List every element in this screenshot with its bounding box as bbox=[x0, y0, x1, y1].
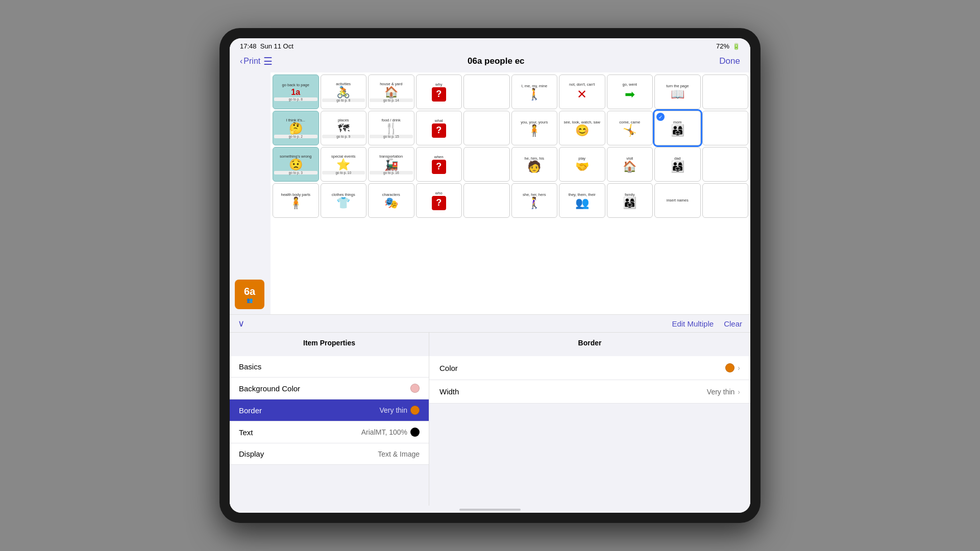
prop-basics[interactable]: Basics bbox=[230, 356, 429, 378]
table-row[interactable]: who ? bbox=[416, 183, 462, 218]
table-row[interactable]: activities 🚴 go to p. 8 bbox=[321, 74, 367, 109]
status-right: 72% 🔋 bbox=[716, 42, 740, 50]
table-row[interactable]: insert names bbox=[654, 183, 701, 218]
status-time: 17:48 Sun 11 Oct bbox=[240, 42, 293, 50]
table-row[interactable]: food / drink 🍴 go to p. 15 bbox=[368, 111, 414, 145]
table-row[interactable]: characters 🎭 bbox=[368, 183, 414, 218]
prop-border[interactable]: Border Very thin bbox=[230, 399, 429, 421]
prop-basics-label: Basics bbox=[239, 362, 261, 371]
border-color-dot bbox=[410, 406, 420, 415]
clear-button[interactable]: Clear bbox=[724, 319, 742, 328]
chevron-left-icon: ‹ bbox=[240, 57, 242, 66]
bg-color-dot bbox=[410, 384, 420, 393]
table-row[interactable]: transportation 🚂 go to p. 16 bbox=[368, 147, 414, 182]
prop-display-value: Text & Image bbox=[378, 450, 420, 458]
table-row[interactable] bbox=[463, 147, 510, 182]
table-row[interactable]: special events ⭐ go to p. 10 bbox=[321, 147, 367, 182]
table-row[interactable]: go, went ➡ bbox=[607, 74, 653, 109]
tablet-shell: 17:48 Sun 11 Oct 72% 🔋 ‹ Print ☰ 06a peo… bbox=[219, 28, 761, 523]
done-button[interactable]: Done bbox=[719, 56, 740, 66]
toolbar-bar: ∨ Edit Multiple Clear bbox=[230, 314, 750, 332]
border-color-value: › bbox=[725, 363, 740, 372]
prop-bg-value bbox=[410, 384, 420, 393]
border-color-indicator bbox=[725, 363, 734, 372]
back-button[interactable]: ‹ Print bbox=[240, 57, 260, 66]
table-row[interactable]: health body parts 🧍 bbox=[273, 183, 319, 218]
table-row[interactable]: not, don't, can't ✕ bbox=[559, 74, 605, 109]
border-color-label: Color bbox=[439, 364, 458, 372]
back-label: Print bbox=[243, 57, 260, 66]
table-row[interactable]: mom ✓ 👨‍👩‍👧 bbox=[654, 111, 701, 145]
table-row[interactable]: you, your, yours 🧍 bbox=[511, 111, 558, 145]
prop-border-label: Border bbox=[239, 406, 262, 415]
props-list: Basics Background Color Border bbox=[230, 351, 429, 506]
table-row[interactable]: clothes things 👕 bbox=[321, 183, 367, 218]
table-row[interactable] bbox=[702, 74, 749, 109]
scroll-bar bbox=[459, 509, 521, 511]
table-row[interactable]: he, him, his 🧑 bbox=[511, 147, 558, 182]
table-row[interactable] bbox=[702, 147, 749, 182]
table-row[interactable] bbox=[463, 74, 510, 109]
border-width-label: Width bbox=[439, 387, 459, 396]
table-row[interactable] bbox=[702, 183, 749, 218]
border-color-row[interactable]: Color › bbox=[429, 356, 750, 380]
border-width-row[interactable]: Width Very thin › bbox=[429, 380, 750, 404]
scroll-indicator bbox=[230, 506, 750, 513]
table-row[interactable] bbox=[702, 111, 749, 145]
prop-text-value: ArialMT, 100% bbox=[361, 428, 420, 437]
prop-display[interactable]: Display Text & Image bbox=[230, 443, 429, 465]
table-row[interactable]: when ? bbox=[416, 147, 462, 182]
table-row[interactable]: I think it's... 🤔 go to p. 2 bbox=[273, 111, 319, 145]
left-panel: 6a 👥 bbox=[230, 72, 271, 314]
symbols-grid: go back to page 1a go to p. 8 activities… bbox=[271, 72, 750, 314]
prop-display-label: Display bbox=[239, 449, 264, 458]
table-row[interactable]: she, her, hers 🚶‍♀️ bbox=[511, 183, 558, 218]
item-properties-title: Item Properties bbox=[230, 333, 429, 351]
border-width-value: Very thin › bbox=[707, 388, 740, 396]
table-row[interactable]: play 🤝 bbox=[559, 147, 605, 182]
table-row[interactable]: places 🗺 go to p. 9 bbox=[321, 111, 367, 145]
nav-left: ‹ Print ☰ bbox=[240, 55, 273, 67]
table-row[interactable]: dad 👨‍👩‍👧 bbox=[654, 147, 701, 182]
table-row[interactable] bbox=[463, 183, 510, 218]
table-row[interactable]: why ? bbox=[416, 74, 462, 109]
table-row[interactable]: visit 🏠 bbox=[607, 147, 653, 182]
table-row[interactable]: turn the page 📖 bbox=[654, 74, 701, 109]
table-row[interactable]: family 👨‍👩‍👧 bbox=[607, 183, 653, 218]
nav-bar: ‹ Print ☰ 06a people ec Done bbox=[230, 52, 750, 72]
bottom-section: Item Properties Basics Background Color bbox=[230, 332, 750, 506]
page-title: 06a people ec bbox=[468, 56, 525, 66]
cell-6a-sub-icon: 👥 bbox=[247, 297, 253, 303]
prop-bg-label: Background Color bbox=[239, 384, 300, 393]
border-panel: Border Color › Width Very thin › bbox=[429, 333, 750, 506]
item-properties-panel: Item Properties Basics Background Color bbox=[230, 333, 429, 506]
menu-button[interactable]: ☰ bbox=[263, 55, 273, 67]
border-panel-title: Border bbox=[429, 333, 750, 351]
text-color-dot bbox=[410, 428, 420, 437]
grid-area: 6a 👥 go back to page 1a go to p. 8 activ… bbox=[230, 72, 750, 314]
table-row[interactable]: see, look, watch, saw 😊 bbox=[559, 111, 605, 145]
cell-6a[interactable]: 6a 👥 bbox=[235, 280, 264, 309]
chevron-right-icon: › bbox=[738, 364, 740, 372]
status-bar: 17:48 Sun 11 Oct 72% 🔋 bbox=[230, 38, 750, 52]
table-row[interactable]: something's wrong 😟 go to p. 3 bbox=[273, 147, 319, 182]
battery-icon: 🔋 bbox=[732, 43, 740, 50]
table-row[interactable]: I, me, my, mine 🚶 bbox=[511, 74, 558, 109]
prop-background-color[interactable]: Background Color bbox=[230, 378, 429, 399]
table-row[interactable] bbox=[463, 111, 510, 145]
battery-label: 72% bbox=[716, 42, 729, 50]
table-row[interactable]: house & yard 🏠 go to p. 14 bbox=[368, 74, 414, 109]
table-row[interactable]: what ? bbox=[416, 111, 462, 145]
prop-border-value: Very thin bbox=[380, 406, 420, 415]
prop-text-label: Text bbox=[239, 428, 253, 437]
table-row[interactable]: they, them, their 👥 bbox=[559, 183, 605, 218]
table-row[interactable]: come, came 🤸 bbox=[607, 111, 653, 145]
edit-multiple-button[interactable]: Edit Multiple bbox=[672, 319, 714, 328]
prop-text[interactable]: Text ArialMT, 100% bbox=[230, 421, 429, 443]
table-row[interactable]: go back to page 1a go to p. 8 bbox=[273, 74, 319, 109]
toolbar-right: Edit Multiple Clear bbox=[672, 319, 742, 328]
collapse-button[interactable]: ∨ bbox=[238, 318, 244, 329]
width-chevron-right-icon: › bbox=[738, 388, 740, 396]
main-content: 6a 👥 go back to page 1a go to p. 8 activ… bbox=[230, 72, 750, 513]
tablet-screen: 17:48 Sun 11 Oct 72% 🔋 ‹ Print ☰ 06a peo… bbox=[230, 38, 750, 513]
